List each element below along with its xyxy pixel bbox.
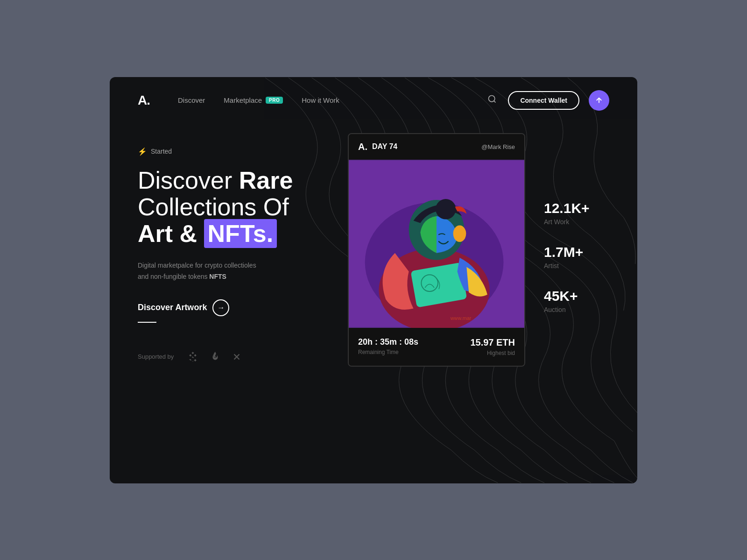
lightning-icon: ⚡ (138, 147, 147, 156)
arrow-icon: → (212, 299, 229, 316)
nav-links: Discover Marketplace PRO How it Work (178, 96, 486, 104)
hero-title-rare: Rare (239, 167, 293, 194)
nav-right: Connect Wallet (486, 90, 609, 111)
nft-artwork: www.mar (349, 160, 524, 328)
nav-link-how-it-work[interactable]: How it Work (302, 96, 339, 104)
stat-artist: 1.7M+ Artist (544, 244, 609, 269)
card-day-label: DAY 74 (372, 142, 397, 151)
hero-title-discover: Discover (138, 167, 239, 194)
discover-artwork-label: Discover Artwork (138, 303, 207, 312)
flame-icon (210, 351, 220, 363)
x-icon (232, 352, 242, 362)
svg-text:www.mar: www.mar (450, 315, 472, 321)
discover-underline (138, 322, 156, 323)
svg-point-0 (489, 96, 495, 102)
search-button[interactable] (486, 92, 499, 108)
stat-artwork-label: Art Work (544, 218, 609, 226)
card-logo: A. DAY 74 (358, 142, 397, 152)
timer-label: Remaining Time (358, 349, 418, 355)
bid-label: Highest bid (470, 350, 515, 356)
started-tag: ⚡ Started (138, 147, 329, 156)
right-stats: 12.1K+ Art Work 1.7M+ Artist 45K+ Auctio… (544, 133, 609, 367)
card-logo-letter: A. (358, 142, 367, 152)
logo: A. (138, 93, 150, 108)
hero-title-art: Art & (138, 220, 204, 247)
card-author: @Mark Rise (481, 143, 515, 150)
pro-badge: PRO (266, 97, 283, 104)
artwork-svg: www.mar (349, 160, 524, 328)
bid-value: 15.97 ETH (470, 337, 515, 348)
hero-title-nfts: NFTs. (204, 219, 277, 248)
navbar: A. Discover Marketplace PRO How it Work … (110, 77, 637, 124)
stat-artwork-value: 12.1K+ (544, 200, 609, 216)
started-label: Started (151, 148, 172, 155)
upload-button[interactable] (589, 90, 609, 111)
main-content: ⚡ Started Discover Rare Collections Of A… (110, 124, 637, 385)
bid-section: 15.97 ETH Highest bid (470, 337, 515, 356)
nav-link-marketplace-label: Marketplace (224, 96, 262, 104)
main-screen: A. Discover Marketplace PRO How it Work … (110, 77, 637, 483)
nft-card: A. DAY 74 @Mark Rise (348, 133, 525, 367)
connect-wallet-button[interactable]: Connect Wallet (508, 91, 579, 110)
discover-artwork-button[interactable]: Discover Artwork → (138, 299, 229, 316)
hero-title: Discover Rare Collections Of Art & NFTs. (138, 167, 329, 248)
stat-auction-label: Auction (544, 306, 609, 313)
left-section: ⚡ Started Discover Rare Collections Of A… (138, 133, 329, 367)
hero-title-of: Of (263, 193, 289, 220)
supported-by: Supported by (138, 351, 329, 363)
nav-link-discover[interactable]: Discover (178, 96, 205, 104)
hero-description: Digital marketpalce for crypto collectio… (138, 260, 278, 283)
svg-point-7 (436, 199, 456, 220)
supported-label: Supported by (138, 353, 174, 360)
support-icons (187, 351, 242, 363)
timer-value: 20h : 35m : 08s (358, 337, 418, 347)
stat-artist-label: Artist (544, 262, 609, 269)
stat-auction: 45K+ Auction (544, 288, 609, 313)
hero-desc-nfts: NFTS (209, 273, 226, 280)
timer-section: 20h : 35m : 08s Remaining Time (358, 337, 418, 356)
stat-artist-value: 1.7M+ (544, 244, 609, 260)
stat-artwork: 12.1K+ Art Work (544, 200, 609, 226)
svg-point-8 (453, 225, 466, 242)
stat-auction-value: 45K+ (544, 288, 609, 304)
nft-card-footer: 20h : 35m : 08s Remaining Time 15.97 ETH… (349, 328, 524, 366)
nav-marketplace[interactable]: Marketplace PRO (224, 96, 283, 104)
binance-icon (187, 351, 199, 363)
nft-card-header: A. DAY 74 @Mark Rise (349, 134, 524, 160)
hero-title-collections: Collections (138, 193, 263, 220)
